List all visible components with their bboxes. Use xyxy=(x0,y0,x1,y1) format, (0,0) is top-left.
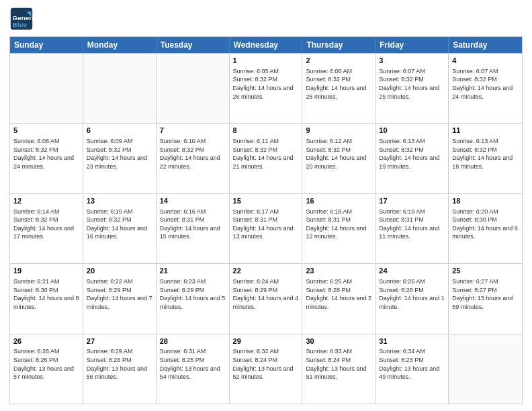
day-number: 20 xyxy=(87,266,152,276)
day-cell-30: 30Sunrise: 6:33 AMSunset: 8:24 PMDayligh… xyxy=(302,334,375,404)
calendar-body: 1Sunrise: 6:05 AMSunset: 8:32 PMDaylight… xyxy=(10,53,522,404)
day-cell-4: 4Sunrise: 6:07 AMSunset: 8:32 PMDaylight… xyxy=(449,54,522,123)
weekday-header-wednesday: Wednesday xyxy=(230,37,303,53)
empty-cell xyxy=(449,334,522,404)
day-number: 21 xyxy=(160,266,226,276)
cell-info: Sunrise: 6:14 AMSunset: 8:32 PMDaylight:… xyxy=(13,208,79,241)
empty-cell xyxy=(157,54,230,123)
day-number: 13 xyxy=(87,196,152,206)
day-number: 29 xyxy=(233,336,299,347)
cell-info: Sunrise: 6:34 AMSunset: 8:23 PMDaylight:… xyxy=(379,347,445,381)
day-cell-3: 3Sunrise: 6:07 AMSunset: 8:32 PMDaylight… xyxy=(375,54,449,123)
week-row-5: 26Sunrise: 6:28 AMSunset: 8:26 PMDayligh… xyxy=(10,334,522,404)
cell-info: Sunrise: 6:31 AMSunset: 8:25 PMDaylight:… xyxy=(160,347,226,381)
day-cell-1: 1Sunrise: 6:05 AMSunset: 8:32 PMDaylight… xyxy=(230,54,303,123)
day-number: 6 xyxy=(87,126,152,136)
cell-info: Sunrise: 6:13 AMSunset: 8:32 PMDaylight:… xyxy=(452,137,519,171)
day-number: 24 xyxy=(379,266,445,276)
week-row-2: 5Sunrise: 6:08 AMSunset: 8:32 PMDaylight… xyxy=(10,123,522,193)
day-number: 27 xyxy=(87,336,152,347)
day-cell-15: 15Sunrise: 6:17 AMSunset: 8:31 PMDayligh… xyxy=(230,194,303,263)
cell-info: Sunrise: 6:21 AMSunset: 8:30 PMDaylight:… xyxy=(13,277,79,311)
cell-info: Sunrise: 6:19 AMSunset: 8:31 PMDaylight:… xyxy=(379,208,445,241)
day-cell-10: 10Sunrise: 6:13 AMSunset: 8:32 PMDayligh… xyxy=(375,124,449,193)
cell-info: Sunrise: 6:23 AMSunset: 8:29 PMDaylight:… xyxy=(160,277,226,311)
day-number: 25 xyxy=(452,266,519,276)
day-cell-22: 22Sunrise: 6:24 AMSunset: 8:29 PMDayligh… xyxy=(230,264,303,333)
day-cell-25: 25Sunrise: 6:27 AMSunset: 8:27 PMDayligh… xyxy=(449,264,522,333)
day-number: 2 xyxy=(306,56,371,66)
cell-info: Sunrise: 6:12 AMSunset: 8:32 PMDaylight:… xyxy=(306,137,371,171)
day-number: 16 xyxy=(306,196,371,206)
cell-info: Sunrise: 6:28 AMSunset: 8:26 PMDaylight:… xyxy=(13,347,79,381)
day-cell-5: 5Sunrise: 6:08 AMSunset: 8:32 PMDaylight… xyxy=(10,124,83,193)
day-number: 1 xyxy=(233,56,299,66)
day-cell-21: 21Sunrise: 6:23 AMSunset: 8:29 PMDayligh… xyxy=(157,264,230,333)
day-cell-27: 27Sunrise: 6:29 AMSunset: 8:26 PMDayligh… xyxy=(83,334,157,404)
day-number: 4 xyxy=(452,56,519,66)
cell-info: Sunrise: 6:20 AMSunset: 8:30 PMDaylight:… xyxy=(452,208,519,241)
day-number: 12 xyxy=(13,196,79,206)
day-number: 7 xyxy=(160,126,226,136)
day-cell-23: 23Sunrise: 6:25 AMSunset: 8:28 PMDayligh… xyxy=(302,264,375,333)
day-number: 17 xyxy=(379,196,445,206)
day-cell-19: 19Sunrise: 6:21 AMSunset: 8:30 PMDayligh… xyxy=(10,264,83,333)
day-number: 22 xyxy=(233,266,299,276)
day-number: 19 xyxy=(13,266,79,276)
calendar: SundayMondayTuesdayWednesdayThursdayFrid… xyxy=(9,36,523,404)
cell-info: Sunrise: 6:08 AMSunset: 8:32 PMDaylight:… xyxy=(13,137,79,171)
calendar-header: SundayMondayTuesdayWednesdayThursdayFrid… xyxy=(10,37,522,53)
day-cell-12: 12Sunrise: 6:14 AMSunset: 8:32 PMDayligh… xyxy=(10,194,83,263)
day-cell-11: 11Sunrise: 6:13 AMSunset: 8:32 PMDayligh… xyxy=(449,124,522,193)
day-cell-8: 8Sunrise: 6:11 AMSunset: 8:32 PMDaylight… xyxy=(230,124,303,193)
day-cell-17: 17Sunrise: 6:19 AMSunset: 8:31 PMDayligh… xyxy=(375,194,449,263)
cell-info: Sunrise: 6:17 AMSunset: 8:31 PMDaylight:… xyxy=(233,208,299,241)
day-cell-9: 9Sunrise: 6:12 AMSunset: 8:32 PMDaylight… xyxy=(302,124,375,193)
day-cell-24: 24Sunrise: 6:26 AMSunset: 8:28 PMDayligh… xyxy=(375,264,449,333)
cell-info: Sunrise: 6:11 AMSunset: 8:32 PMDaylight:… xyxy=(233,137,299,171)
day-cell-20: 20Sunrise: 6:22 AMSunset: 8:29 PMDayligh… xyxy=(83,264,157,333)
day-number: 5 xyxy=(13,126,79,136)
cell-info: Sunrise: 6:06 AMSunset: 8:32 PMDaylight:… xyxy=(306,67,371,101)
logo-icon: General Blue xyxy=(9,7,34,31)
cell-info: Sunrise: 6:18 AMSunset: 8:31 PMDaylight:… xyxy=(306,208,371,241)
cell-info: Sunrise: 6:26 AMSunset: 8:28 PMDaylight:… xyxy=(379,277,445,311)
day-number: 18 xyxy=(452,196,519,206)
empty-cell xyxy=(10,54,83,123)
day-number: 9 xyxy=(306,126,371,136)
cell-info: Sunrise: 6:24 AMSunset: 8:29 PMDaylight:… xyxy=(233,277,299,311)
day-cell-16: 16Sunrise: 6:18 AMSunset: 8:31 PMDayligh… xyxy=(302,194,375,263)
day-cell-26: 26Sunrise: 6:28 AMSunset: 8:26 PMDayligh… xyxy=(10,334,83,404)
cell-info: Sunrise: 6:25 AMSunset: 8:28 PMDaylight:… xyxy=(306,277,371,311)
empty-cell xyxy=(83,54,157,123)
weekday-header-sunday: Sunday xyxy=(10,37,83,53)
week-row-3: 12Sunrise: 6:14 AMSunset: 8:32 PMDayligh… xyxy=(10,193,522,263)
day-cell-6: 6Sunrise: 6:09 AMSunset: 8:32 PMDaylight… xyxy=(83,124,157,193)
cell-info: Sunrise: 6:16 AMSunset: 8:31 PMDaylight:… xyxy=(160,208,226,241)
week-row-1: 1Sunrise: 6:05 AMSunset: 8:32 PMDaylight… xyxy=(10,53,522,123)
day-number: 30 xyxy=(306,336,371,347)
day-number: 8 xyxy=(233,126,299,136)
day-cell-29: 29Sunrise: 6:32 AMSunset: 8:24 PMDayligh… xyxy=(230,334,303,404)
day-number: 23 xyxy=(306,266,371,276)
day-number: 14 xyxy=(160,196,226,206)
cell-info: Sunrise: 6:09 AMSunset: 8:32 PMDaylight:… xyxy=(87,137,152,171)
cell-info: Sunrise: 6:22 AMSunset: 8:29 PMDaylight:… xyxy=(87,277,152,311)
cell-info: Sunrise: 6:15 AMSunset: 8:32 PMDaylight:… xyxy=(87,208,152,241)
weekday-header-tuesday: Tuesday xyxy=(157,37,230,53)
day-number: 11 xyxy=(452,126,519,136)
weekday-header-saturday: Saturday xyxy=(449,37,522,53)
svg-text:Blue: Blue xyxy=(13,21,28,28)
day-cell-14: 14Sunrise: 6:16 AMSunset: 8:31 PMDayligh… xyxy=(157,194,230,263)
day-cell-7: 7Sunrise: 6:10 AMSunset: 8:32 PMDaylight… xyxy=(157,124,230,193)
cell-info: Sunrise: 6:10 AMSunset: 8:32 PMDaylight:… xyxy=(160,137,226,171)
day-number: 15 xyxy=(233,196,299,206)
day-cell-2: 2Sunrise: 6:06 AMSunset: 8:32 PMDaylight… xyxy=(302,54,375,123)
day-cell-28: 28Sunrise: 6:31 AMSunset: 8:25 PMDayligh… xyxy=(157,334,230,404)
cell-info: Sunrise: 6:27 AMSunset: 8:27 PMDaylight:… xyxy=(452,277,519,311)
header: General Blue xyxy=(9,7,523,31)
cell-info: Sunrise: 6:29 AMSunset: 8:26 PMDaylight:… xyxy=(87,347,152,381)
cell-info: Sunrise: 6:07 AMSunset: 8:32 PMDaylight:… xyxy=(452,67,519,101)
cell-info: Sunrise: 6:05 AMSunset: 8:32 PMDaylight:… xyxy=(233,67,299,101)
weekday-header-friday: Friday xyxy=(375,37,449,53)
